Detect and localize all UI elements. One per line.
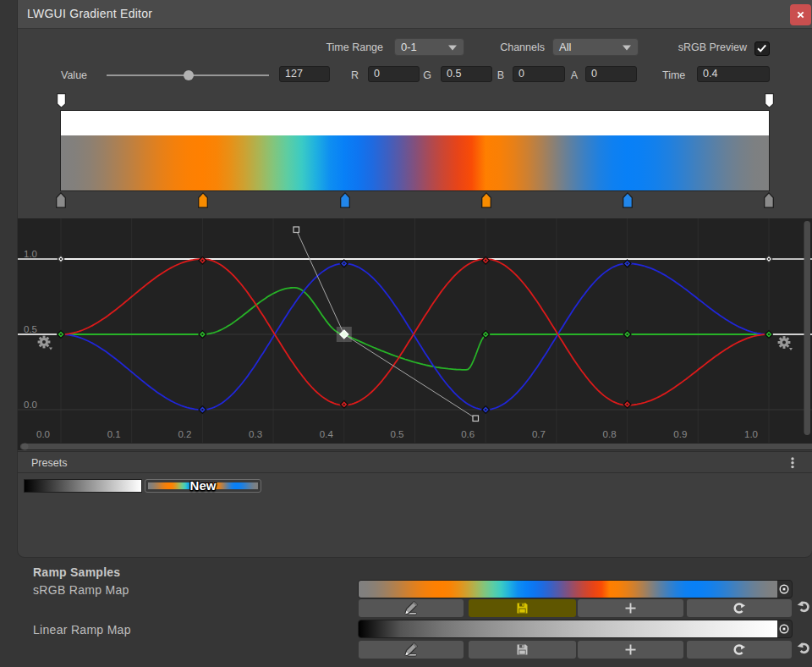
svg-text:0.0: 0.0 (24, 400, 37, 410)
svg-text:1.0: 1.0 (744, 429, 758, 439)
svg-text:0.0: 0.0 (36, 429, 50, 439)
svg-text:0.6: 0.6 (461, 429, 475, 439)
svg-text:0.9: 0.9 (673, 429, 687, 439)
svg-text:0.2: 0.2 (178, 429, 191, 439)
svg-text:0.1: 0.1 (107, 429, 121, 439)
svg-text:1.0: 1.0 (24, 249, 37, 259)
svg-text:0.5: 0.5 (391, 429, 404, 439)
svg-text:0.7: 0.7 (532, 429, 546, 439)
svg-text:0.8: 0.8 (603, 429, 617, 439)
svg-text:0.4: 0.4 (320, 429, 334, 439)
svg-text:0.5: 0.5 (24, 324, 37, 334)
svg-text:0.3: 0.3 (249, 429, 262, 439)
